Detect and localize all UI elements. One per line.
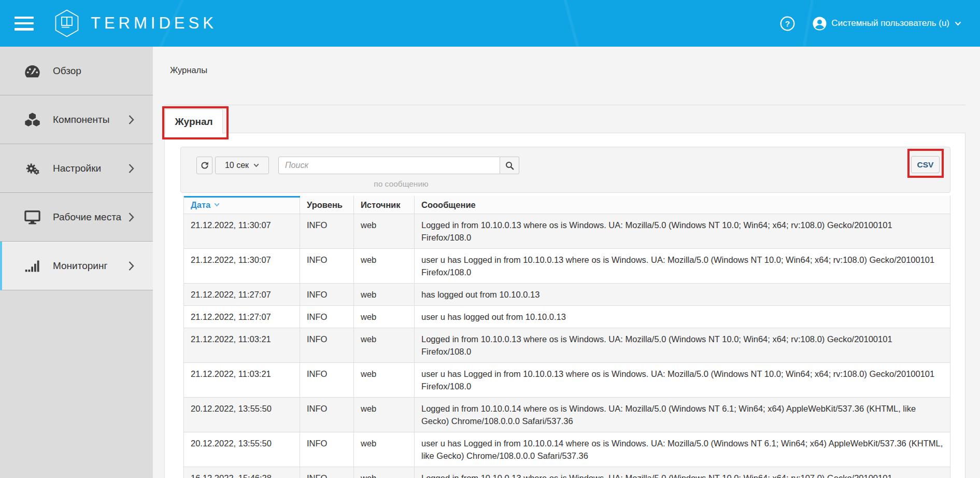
termidesk-logo-icon	[54, 9, 79, 37]
app-root: TERMIDESK ? Системный пользователь (u)	[0, 0, 980, 478]
help-button[interactable]: ?	[780, 16, 795, 31]
log-level: INFO	[300, 398, 354, 432]
search-input[interactable]	[278, 157, 500, 174]
log-level: INFO	[300, 363, 354, 397]
search-hint: по сообщению	[352, 179, 450, 189]
table-header-row: Дата Уровень Источник Соообщение	[184, 196, 950, 214]
table-row: 21.12.2022, 11:30:07 INFO web user u has…	[184, 249, 950, 284]
gauge-icon	[23, 64, 41, 78]
chevron-right-icon	[129, 212, 134, 222]
log-message: user u has logged out from 10.10.0.13	[415, 306, 950, 328]
log-source: web	[354, 214, 415, 248]
log-date: 21.12.2022, 11:30:07	[184, 214, 300, 248]
search-button[interactable]	[500, 157, 519, 174]
table-row: 21.12.2022, 11:03:21 INFO web Logged in …	[184, 328, 950, 363]
log-message: Logged in from 10.10.0.13 where os is Wi…	[415, 467, 950, 478]
sidebar-item-overview[interactable]: Обзор	[0, 47, 153, 95]
sidebar-item-label: Рабочие места	[53, 212, 121, 223]
log-message: has logged out from 10.10.0.13	[415, 284, 950, 305]
sidebar-item-label: Настройки	[53, 163, 101, 174]
table-row: 21.12.2022, 11:03:21 INFO web user u has…	[184, 363, 950, 398]
user-menu[interactable]: Системный пользователь (u)	[813, 17, 961, 31]
chevron-down-icon	[955, 21, 961, 26]
brand-wordmark: TERMIDESK	[91, 14, 217, 33]
log-message: Logged in from 10.10.0.14 where os is Wi…	[415, 398, 950, 432]
interval-value: 10 сек	[225, 161, 249, 170]
column-header-level[interactable]: Уровень	[300, 196, 354, 214]
table-row: 16.12.2022, 15:46:28 INFO web Logged in …	[184, 467, 950, 478]
gears-icon	[23, 161, 41, 176]
log-source: web	[354, 432, 415, 467]
table-row: 21.12.2022, 11:27:07 INFO web user u has…	[184, 306, 950, 328]
log-level: INFO	[300, 284, 354, 305]
table-row: 21.12.2022, 11:30:07 INFO web Logged in …	[184, 214, 950, 249]
user-name: Системный пользователь (u)	[831, 18, 949, 29]
log-level: INFO	[300, 214, 354, 248]
cubes-icon	[23, 113, 41, 127]
tab-journal[interactable]: Журнал	[165, 109, 223, 134]
column-header-source[interactable]: Источник	[354, 196, 415, 214]
user-avatar-icon	[813, 17, 827, 31]
log-level: INFO	[300, 306, 354, 328]
log-date: 21.12.2022, 11:27:07	[184, 306, 300, 328]
breadcrumb: Журналы	[170, 65, 207, 75]
chevron-right-icon	[129, 163, 134, 173]
sidebar-item-label: Мониторинг	[53, 260, 107, 272]
table-row: 20.12.2022, 13:55:50 INFO web Logged in …	[184, 398, 950, 432]
log-source: web	[354, 398, 415, 432]
csv-export-button[interactable]: CSV	[911, 156, 940, 173]
log-date: 21.12.2022, 11:27:07	[184, 284, 300, 305]
log-source: web	[354, 249, 415, 283]
refresh-interval-select[interactable]: 10 сек	[215, 157, 269, 174]
log-date: 20.12.2022, 13:55:50	[184, 398, 300, 432]
log-date: 20.12.2022, 13:55:50	[184, 432, 300, 467]
sidebar-item-components[interactable]: Компоненты	[0, 95, 153, 144]
log-date: 16.12.2022, 15:46:28	[184, 467, 300, 478]
log-message: Logged in from 10.10.0.13 where os is Wi…	[415, 214, 950, 248]
hamburger-menu-icon[interactable]	[15, 17, 34, 31]
log-date: 21.12.2022, 11:30:07	[184, 249, 300, 283]
tab-strip	[164, 105, 965, 133]
log-source: web	[354, 284, 415, 305]
log-message: Logged in from 10.10.0.13 where os is Wi…	[415, 328, 950, 362]
chevron-right-icon	[129, 115, 134, 124]
magnifier-icon	[505, 161, 514, 170]
log-level: INFO	[300, 467, 354, 478]
table-row: 20.12.2022, 13:55:50 INFO web user u has…	[184, 432, 950, 467]
log-source: web	[354, 467, 415, 478]
column-header-date[interactable]: Дата	[184, 196, 300, 214]
column-header-message[interactable]: Соообщение	[415, 196, 950, 214]
sidebar-item-monitoring[interactable]: Мониторинг	[0, 242, 153, 290]
sidebar-item-settings[interactable]: Настройки	[0, 144, 153, 193]
sidebar: Обзор Компоненты	[0, 47, 153, 478]
log-message: user u has Logged in from 10.10.0.13 whe…	[415, 249, 950, 283]
refresh-button[interactable]	[196, 157, 212, 174]
log-table: Дата Уровень Источник Соообщение 21.12.2…	[183, 196, 950, 478]
toolbar-panel: 10 сек по сообщению CSV	[180, 147, 950, 193]
log-source: web	[354, 306, 415, 328]
question-glyph: ?	[785, 19, 790, 28]
log-level: INFO	[300, 249, 354, 283]
log-level: INFO	[300, 328, 354, 362]
refresh-icon	[201, 161, 209, 170]
log-message: user u has Logged in from 10.10.0.13 whe…	[415, 363, 950, 397]
table-row: 21.12.2022, 11:27:07 INFO web has logged…	[184, 284, 950, 306]
desktop-icon	[23, 210, 41, 224]
chevron-down-icon	[253, 163, 259, 167]
log-date: 21.12.2022, 11:03:21	[184, 328, 300, 362]
table-body: 21.12.2022, 11:30:07 INFO web Logged in …	[184, 214, 950, 478]
sort-indicator-bar	[184, 196, 300, 198]
sidebar-item-workplaces[interactable]: Рабочие места	[0, 193, 153, 242]
log-message: user u has Logged in from 10.10.0.14 whe…	[415, 432, 950, 467]
log-level: INFO	[300, 432, 354, 467]
chevron-right-icon	[129, 261, 134, 271]
sort-caret-icon	[214, 203, 220, 207]
sidebar-item-label: Обзор	[53, 65, 81, 77]
log-date: 21.12.2022, 11:03:21	[184, 363, 300, 397]
log-source: web	[354, 328, 415, 362]
signal-bars-icon	[23, 259, 41, 272]
sidebar-item-label: Компоненты	[53, 114, 109, 125]
journal-card: 10 сек по сообщению CSV Дата Уровень	[164, 133, 965, 478]
log-source: web	[354, 363, 415, 397]
top-header: TERMIDESK ? Системный пользователь (u)	[0, 0, 980, 47]
